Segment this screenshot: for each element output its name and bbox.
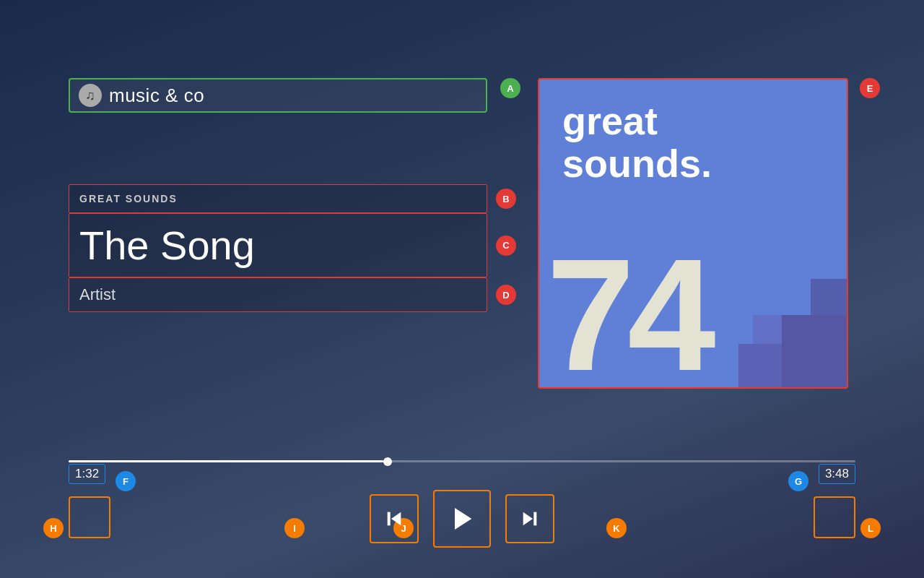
svg-marker-2 — [455, 508, 471, 530]
play-icon — [448, 504, 476, 533]
svg-rect-4 — [533, 512, 536, 526]
song-row: The Song C — [69, 213, 516, 277]
badge-G: G — [788, 471, 808, 491]
play-button[interactable] — [433, 490, 491, 548]
skip-back-icon — [383, 507, 406, 530]
time-current: 1:32 — [69, 464, 105, 484]
badge-B: B — [496, 189, 516, 209]
svg-rect-1 — [388, 512, 391, 526]
svg-marker-3 — [523, 512, 533, 526]
badge-D: D — [496, 285, 516, 305]
music-icon: ♫ — [79, 84, 102, 107]
genre-row: GREAT SOUNDS B — [69, 184, 516, 213]
track-info: GREAT SOUNDS B The Song C Artist D — [69, 184, 516, 312]
top-bar: ♫ music & co — [69, 78, 487, 113]
artist-label: Artist — [79, 285, 116, 303]
artist-row: Artist D — [69, 277, 516, 312]
app-title: music & co — [109, 85, 204, 107]
genre-box: GREAT SOUNDS — [69, 184, 487, 213]
badge-A: A — [500, 78, 520, 98]
album-decoration — [717, 257, 847, 387]
next-button[interactable] — [505, 494, 554, 543]
search-box[interactable]: ♫ music & co — [69, 78, 487, 113]
badge-E: E — [860, 78, 880, 98]
skip-forward-icon — [518, 507, 541, 530]
song-label: The Song — [79, 223, 255, 268]
controls — [0, 490, 924, 548]
music-note: ♫ — [85, 88, 95, 103]
prev-button[interactable] — [370, 494, 419, 543]
genre-label: GREAT SOUNDS — [79, 193, 178, 204]
progress-section[interactable] — [69, 460, 855, 462]
album-title: great sounds. — [562, 100, 824, 186]
svg-marker-0 — [391, 512, 401, 526]
badge-F: F — [116, 471, 136, 491]
album-art: great sounds. 74 — [538, 78, 848, 389]
badge-C: C — [496, 236, 516, 256]
song-box: The Song — [69, 213, 487, 277]
progress-thumb[interactable] — [383, 457, 392, 466]
artist-box: Artist — [69, 277, 487, 312]
album-number: 74 — [546, 236, 709, 389]
time-total: 3:48 — [819, 464, 855, 484]
progress-track[interactable] — [69, 460, 855, 462]
progress-fill — [69, 460, 383, 462]
